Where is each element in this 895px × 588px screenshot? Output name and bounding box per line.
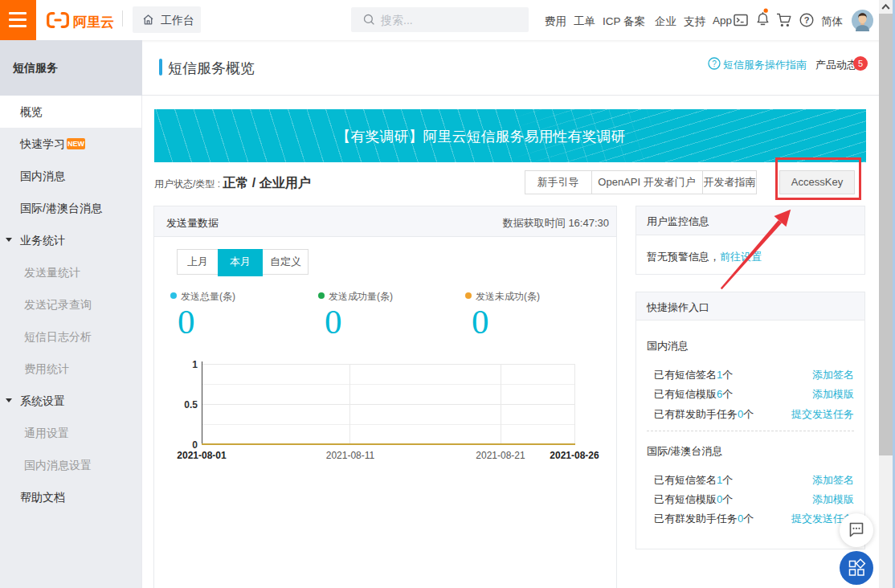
svg-text:?: ? bbox=[712, 59, 717, 68]
svg-text:?: ? bbox=[804, 15, 810, 25]
